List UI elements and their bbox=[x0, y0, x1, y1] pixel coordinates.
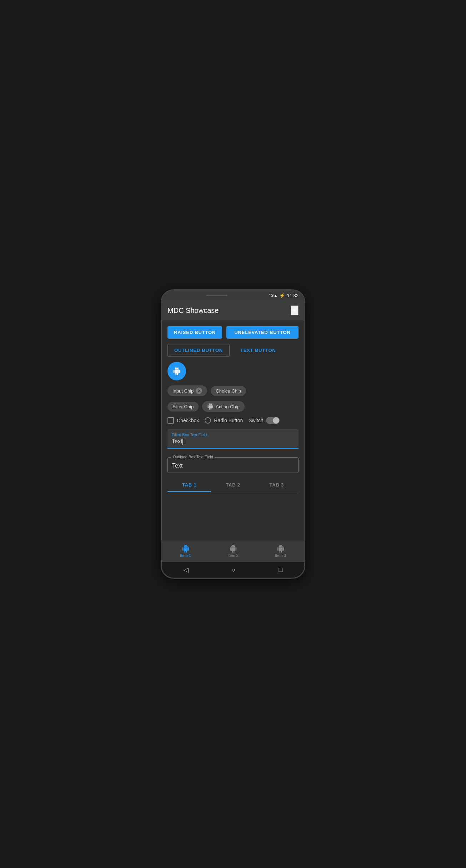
outlined-button[interactable]: OUTLINED BUTTON bbox=[167, 344, 230, 357]
bottom-nav-icon-3 bbox=[277, 545, 285, 553]
home-button[interactable]: ○ bbox=[225, 563, 243, 577]
notch bbox=[206, 295, 227, 296]
battery-icon: ⚡ bbox=[279, 293, 285, 298]
switch-thumb bbox=[273, 417, 279, 424]
filled-text-field[interactable]: Filled Box Text Field Text bbox=[167, 429, 299, 449]
fab-button[interactable] bbox=[167, 362, 186, 380]
tabs-bar: TAB 1 TAB 2 TAB 3 bbox=[167, 478, 299, 492]
input-chip-close-icon[interactable]: ✕ bbox=[196, 388, 202, 394]
action-chip-label: Action Chip bbox=[216, 404, 239, 409]
radio-label: Radio Button bbox=[214, 418, 243, 423]
phone-frame: 4G▲ ⚡ 11:32 MDC Showcase ☀ RAISED BUTTON… bbox=[161, 289, 305, 579]
checkbox[interactable] bbox=[167, 417, 174, 424]
outlined-text-row: OUTLINED BUTTON TEXT BUTTON bbox=[167, 344, 299, 357]
input-chip-label: Input Chip bbox=[172, 388, 194, 394]
radio-button[interactable] bbox=[205, 417, 211, 424]
tab-1[interactable]: TAB 1 bbox=[167, 478, 211, 492]
bottom-nav-label-3: Item 3 bbox=[275, 553, 286, 558]
choice-chip-label: Choice Chip bbox=[216, 388, 241, 394]
bottom-nav-label-1: Item 1 bbox=[180, 553, 191, 558]
outlined-text-field-label: Outlined Box Text Field bbox=[171, 455, 215, 459]
bottom-nav-item-1[interactable]: Item 1 bbox=[162, 540, 209, 562]
bottom-nav-icon-1 bbox=[182, 545, 190, 553]
radio-container[interactable]: Radio Button bbox=[205, 417, 243, 424]
filled-text-field-value: Text bbox=[172, 438, 294, 445]
status-icons: 4G▲ ⚡ 11:32 bbox=[269, 293, 299, 298]
notch-area bbox=[167, 295, 266, 296]
raised-unelevated-row: RAISED BUTTON UNELEVATED BUTTON bbox=[167, 326, 299, 339]
checkbox-label: Checkbox bbox=[177, 418, 199, 423]
outlined-text-field-value: Text bbox=[172, 463, 294, 469]
filter-chip[interactable]: Filter Chip bbox=[167, 402, 199, 411]
raised-button[interactable]: RAISED BUTTON bbox=[167, 326, 222, 339]
controls-row: Checkbox Radio Button Switch bbox=[167, 417, 299, 424]
app-bar: MDC Showcase ☀ bbox=[162, 300, 304, 320]
choice-chip[interactable]: Choice Chip bbox=[211, 386, 246, 396]
signal-icon: 4G▲ bbox=[269, 293, 278, 298]
theme-toggle-button[interactable]: ☀ bbox=[291, 305, 299, 315]
time-display: 11:32 bbox=[287, 293, 299, 298]
filter-chip-label: Filter Chip bbox=[172, 404, 194, 409]
chips-row-2: Filter Chip Action Chip bbox=[167, 401, 299, 412]
status-bar: 4G▲ ⚡ 11:32 bbox=[162, 290, 304, 300]
bottom-nav-item-2[interactable]: Item 2 bbox=[209, 540, 257, 562]
bottom-nav: Item 1 Item 2 Item 3 bbox=[162, 540, 304, 562]
text-cursor bbox=[182, 439, 183, 445]
bottom-nav-icon-2 bbox=[229, 545, 237, 553]
text-button[interactable]: TEXT BUTTON bbox=[234, 344, 282, 357]
chips-row-1: Input Chip ✕ Choice Chip bbox=[167, 385, 299, 396]
tab-3[interactable]: TAB 3 bbox=[255, 478, 299, 492]
back-button[interactable]: ◁ bbox=[176, 563, 196, 577]
navigation-bar: ◁ ○ □ bbox=[162, 562, 304, 578]
app-title: MDC Showcase bbox=[167, 306, 219, 315]
outlined-text-field[interactable]: Outlined Box Text Field Text bbox=[167, 457, 299, 473]
unelevated-button[interactable]: UNELEVATED BUTTON bbox=[226, 326, 299, 339]
switch-label: Switch bbox=[249, 418, 263, 423]
input-chip[interactable]: Input Chip ✕ bbox=[167, 385, 207, 396]
fab-row bbox=[167, 362, 299, 380]
action-chip[interactable]: Action Chip bbox=[202, 401, 244, 412]
filled-text-field-label: Filled Box Text Field bbox=[172, 433, 294, 437]
bottom-nav-item-3[interactable]: Item 3 bbox=[257, 540, 304, 562]
android-icon bbox=[173, 367, 181, 375]
recents-button[interactable]: □ bbox=[272, 563, 290, 577]
content-area: RAISED BUTTON UNELEVATED BUTTON OUTLINED… bbox=[162, 320, 304, 540]
android-chip-icon bbox=[207, 403, 214, 410]
checkbox-container[interactable]: Checkbox bbox=[167, 417, 199, 424]
switch-track[interactable] bbox=[266, 417, 280, 424]
tab-2[interactable]: TAB 2 bbox=[211, 478, 255, 492]
switch-container[interactable]: Switch bbox=[249, 417, 280, 424]
bottom-nav-label-2: Item 2 bbox=[227, 553, 239, 558]
